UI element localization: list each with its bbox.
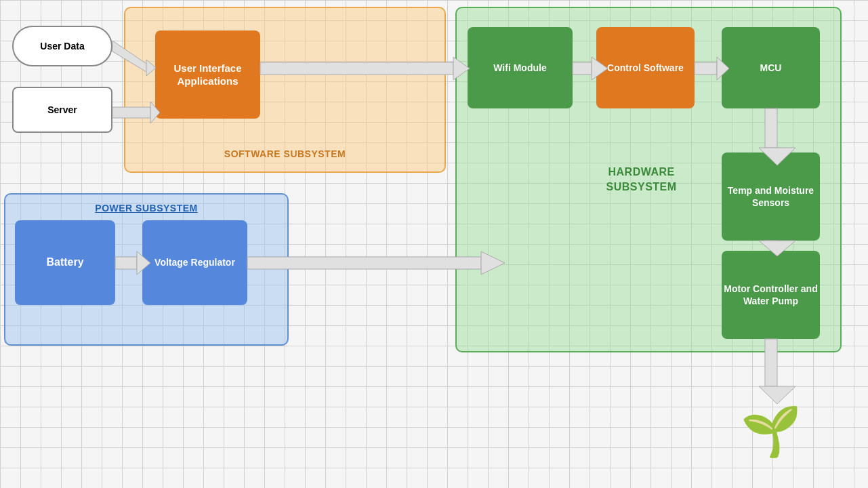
temp-moisture-box: Temp and Moisture Sensors [722, 152, 820, 241]
mcu-box: MCU [722, 27, 820, 108]
wifi-module-box: Wifi Module [468, 27, 573, 108]
hardware-subsystem-label: HARDWARESUBSYSTEM [606, 165, 677, 195]
plant-icon: 🌱 [741, 407, 802, 455]
motor-controller-box: Motor Controller and Water Pump [722, 251, 820, 339]
battery-box: Battery [15, 220, 115, 305]
power-subsystem-label: POWER SUBSYSTEM [95, 203, 197, 214]
software-subsystem-label: SOFTWARE SUBSYSTEM [224, 148, 346, 159]
voltage-regulator-box: Voltage Regulator [142, 220, 247, 305]
svg-marker-18 [759, 386, 795, 404]
server-box: Server [12, 87, 112, 133]
ui-applications-box: User Interface Applications [155, 30, 260, 119]
user-data-box: User Data [12, 26, 112, 66]
diagram-container: SOFTWARE SUBSYSTEM HARDWARESUBSYSTEM POW… [0, 0, 868, 488]
control-software-box: Control Software [596, 27, 695, 108]
